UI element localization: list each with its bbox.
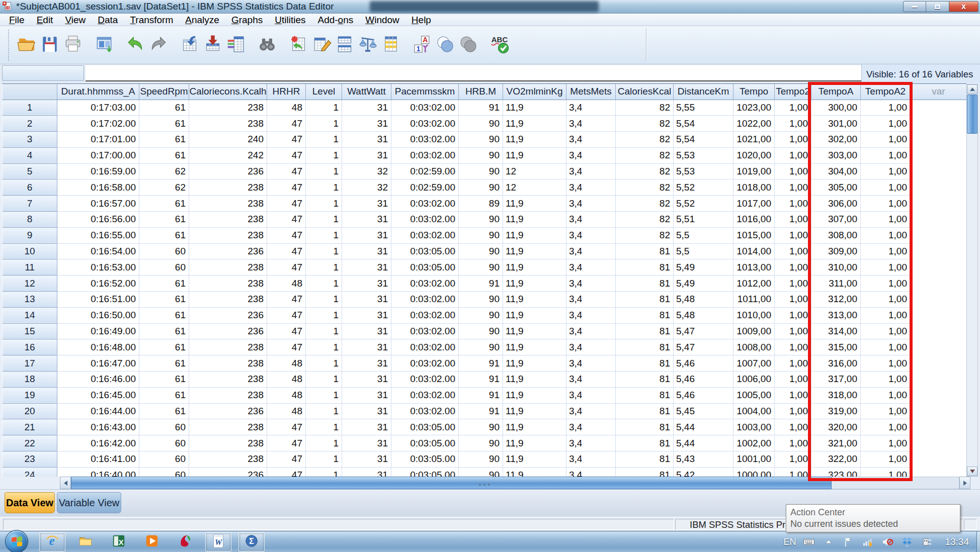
data-cell[interactable]: 315,00: [811, 339, 861, 355]
data-cell[interactable]: 3,4: [566, 163, 616, 179]
data-cell[interactable]: 3,4: [566, 227, 616, 243]
data-cell[interactable]: 31: [342, 323, 391, 339]
data-cell[interactable]: 236: [189, 403, 267, 419]
data-cell[interactable]: 1,00: [775, 100, 811, 116]
select-cases-button[interactable]: [379, 32, 402, 59]
data-cell[interactable]: 60: [139, 259, 189, 275]
data-cell[interactable]: 0:03:02.00: [391, 403, 459, 419]
data-cell[interactable]: 47: [267, 307, 306, 323]
data-cell[interactable]: 61: [139, 292, 189, 308]
empty-var-cell[interactable]: [911, 403, 967, 419]
minimize-button[interactable]: [903, 1, 926, 12]
row-number[interactable]: 13: [3, 292, 57, 308]
data-cell[interactable]: 236: [189, 467, 267, 477]
column-header-tempoa[interactable]: TempoA: [811, 84, 861, 100]
horizontal-scroll-thumb[interactable]: [71, 477, 832, 489]
data-cell[interactable]: 90: [459, 163, 503, 179]
data-cell[interactable]: 1,00: [861, 179, 911, 196]
data-cell[interactable]: 61: [139, 100, 189, 116]
empty-var-cell[interactable]: [911, 467, 967, 477]
data-cell[interactable]: 1: [306, 243, 342, 259]
data-cell[interactable]: 11,9: [503, 196, 566, 212]
data-cell[interactable]: 62: [139, 179, 189, 196]
data-cell[interactable]: 5,45: [674, 403, 733, 419]
data-cell[interactable]: 90: [459, 323, 503, 339]
data-cell[interactable]: 0:16:58.00: [57, 179, 139, 196]
data-cell[interactable]: 1,00: [775, 307, 811, 323]
data-cell[interactable]: 0:16:59.00: [57, 163, 139, 179]
data-cell[interactable]: 31: [342, 259, 391, 275]
data-cell[interactable]: 3,4: [566, 467, 616, 477]
data-cell[interactable]: 3,4: [566, 323, 616, 339]
data-cell[interactable]: 321,00: [811, 435, 861, 451]
data-cell[interactable]: 11,9: [503, 100, 566, 116]
data-cell[interactable]: 3,4: [566, 132, 616, 148]
data-cell[interactable]: 91: [459, 372, 503, 388]
data-cell[interactable]: 1,00: [775, 403, 811, 419]
data-cell[interactable]: 0:16:45.00: [57, 387, 139, 403]
data-cell[interactable]: 1,00: [775, 147, 811, 163]
column-header-caloriecons-kcalh[interactable]: Caloriecons.Kcalh: [189, 84, 267, 100]
data-cell[interactable]: 1015,00: [733, 227, 775, 243]
row-number[interactable]: 11: [3, 259, 57, 275]
data-cell[interactable]: 31: [342, 467, 391, 477]
data-cell[interactable]: 1,00: [861, 323, 911, 339]
data-cell[interactable]: 5,5: [674, 243, 733, 259]
data-cell[interactable]: 302,00: [811, 132, 861, 148]
empty-var-cell[interactable]: [911, 387, 967, 403]
data-cell[interactable]: 1022,00: [733, 116, 775, 132]
data-cell[interactable]: 11,9: [503, 292, 566, 308]
data-cell[interactable]: 81: [616, 435, 674, 451]
data-cell[interactable]: 0:03:05.00: [391, 243, 459, 259]
data-cell[interactable]: 3,4: [566, 387, 616, 403]
row-number[interactable]: 16: [3, 339, 57, 355]
data-cell[interactable]: 1,00: [861, 307, 911, 323]
data-cell[interactable]: 303,00: [811, 147, 861, 163]
menu-utilities[interactable]: Utilities: [269, 14, 311, 26]
data-cell[interactable]: 1,00: [775, 275, 811, 292]
data-cell[interactable]: 5,52: [674, 179, 733, 196]
data-cell[interactable]: 236: [189, 323, 267, 339]
menu-edit[interactable]: Edit: [31, 14, 59, 26]
data-cell[interactable]: 0:17:02.00: [57, 116, 139, 132]
data-cell[interactable]: 5,42: [674, 467, 733, 477]
taskbar-internet-explorer-button[interactable]: e: [39, 532, 65, 551]
data-cell[interactable]: 60: [139, 419, 189, 435]
data-cell[interactable]: 0:03:02.00: [391, 275, 459, 292]
data-cell[interactable]: 0:03:05.00: [391, 451, 459, 468]
data-cell[interactable]: 1: [306, 307, 342, 323]
data-cell[interactable]: 1,00: [861, 243, 911, 259]
data-cell[interactable]: 90: [459, 307, 503, 323]
data-cell[interactable]: 61: [139, 372, 189, 388]
data-cell[interactable]: 91: [459, 355, 503, 372]
data-cell[interactable]: 31: [342, 147, 391, 163]
data-cell[interactable]: 1,00: [861, 259, 911, 275]
data-cell[interactable]: 238: [189, 275, 267, 292]
data-cell[interactable]: 31: [342, 100, 391, 116]
data-cell[interactable]: 0:03:02.00: [391, 147, 459, 163]
data-cell[interactable]: 90: [459, 147, 503, 163]
column-header-hrb-m[interactable]: HRB.M: [459, 84, 503, 100]
column-header-calorieskcal[interactable]: CaloriesKcal: [616, 84, 674, 100]
data-cell[interactable]: 3,4: [566, 259, 616, 275]
data-cell[interactable]: 31: [342, 451, 391, 468]
data-cell[interactable]: 0:16:48.00: [57, 339, 139, 355]
data-cell[interactable]: 1: [306, 227, 342, 243]
data-cell[interactable]: 0:16:52.00: [57, 275, 139, 292]
data-cell[interactable]: 1007,00: [733, 355, 775, 372]
data-cell[interactable]: 0:03:05.00: [391, 259, 459, 275]
data-cell[interactable]: 1,00: [861, 292, 911, 308]
row-number[interactable]: 23: [3, 451, 57, 468]
data-cell[interactable]: 3,4: [566, 196, 616, 212]
row-number[interactable]: 14: [3, 307, 57, 323]
data-cell[interactable]: 238: [189, 339, 267, 355]
data-cell[interactable]: 0:02:59.00: [391, 179, 459, 196]
data-cell[interactable]: 0:16:42.00: [57, 435, 139, 451]
data-cell[interactable]: 47: [267, 132, 306, 148]
row-number[interactable]: 18: [3, 372, 57, 388]
data-cell[interactable]: 1,00: [861, 339, 911, 355]
data-cell[interactable]: 5,49: [674, 275, 733, 292]
data-cell[interactable]: 1,00: [775, 212, 811, 228]
data-cell[interactable]: 47: [267, 163, 306, 179]
data-cell[interactable]: 0:03:02.00: [391, 116, 459, 132]
